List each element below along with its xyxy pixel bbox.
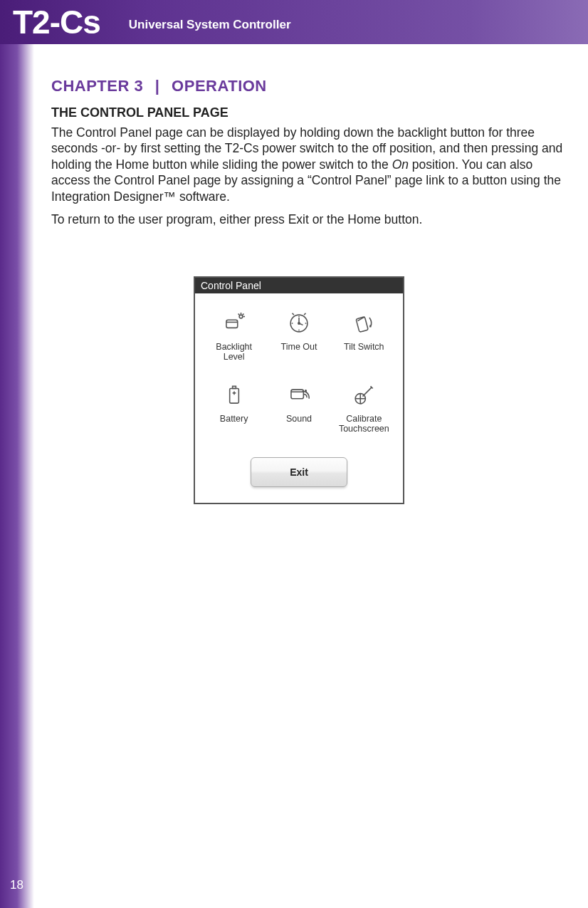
header-bar: T2-Cs Universal System Controller	[0, 0, 588, 44]
control-panel-screenshot: Control Panel Backlight Level	[194, 276, 404, 504]
svg-rect-0	[226, 320, 238, 328]
chapter-separator: |	[155, 77, 160, 95]
sound-item[interactable]: Sound	[270, 381, 327, 434]
page-number: 18	[10, 878, 23, 892]
tilt-switch-item[interactable]: Tilt Switch	[335, 309, 393, 362]
tilt-switch-icon	[335, 309, 393, 338]
battery-label: Battery	[205, 414, 263, 424]
battery-item[interactable]: Battery	[205, 381, 263, 434]
paragraph-1-em: On	[392, 157, 409, 172]
svg-line-6	[238, 314, 239, 315]
exit-row: Exit	[195, 452, 403, 503]
calibrate-label: Calibrate Touchscreen	[335, 414, 393, 434]
backlight-level-icon	[205, 309, 263, 338]
chapter-prefix: CHAPTER 3	[51, 77, 143, 95]
sound-icon	[270, 381, 327, 409]
product-subtitle: Universal System Controller	[129, 18, 291, 32]
svg-rect-21	[291, 390, 303, 399]
svg-line-27	[363, 387, 372, 397]
time-out-label: Time Out	[270, 342, 327, 352]
svg-rect-15	[356, 317, 368, 333]
control-panel-grid: Backlight Level Time Out	[195, 293, 403, 452]
backlight-level-item[interactable]: Backlight Level	[205, 309, 263, 362]
paragraph-2: To return to the user program, either pr…	[51, 212, 567, 227]
battery-icon	[205, 381, 263, 409]
product-name: T2-Cs	[13, 3, 100, 41]
calibrate-touchscreen-item[interactable]: Calibrate Touchscreen	[335, 381, 393, 434]
section-heading: THE CONTROL PANEL PAGE	[51, 105, 567, 120]
svg-rect-17	[229, 388, 238, 403]
sound-label: Sound	[270, 414, 327, 424]
svg-point-14	[298, 323, 300, 324]
paragraph-1: The Control Panel page can be displayed …	[51, 125, 567, 204]
time-out-item[interactable]: Time Out	[270, 309, 327, 362]
chapter-heading: CHAPTER 3 | OPERATION	[51, 77, 567, 95]
backlight-level-label: Backlight Level	[205, 342, 263, 362]
calibrate-icon	[335, 381, 393, 409]
tilt-switch-label: Tilt Switch	[335, 342, 393, 352]
svg-point-23	[305, 390, 307, 392]
svg-rect-18	[232, 386, 236, 388]
content-area: CHAPTER 3 | OPERATION THE CONTROL PANEL …	[51, 77, 567, 227]
svg-line-5	[243, 314, 244, 315]
clock-icon	[270, 309, 327, 338]
exit-button[interactable]: Exit	[251, 457, 347, 487]
control-panel-titlebar: Control Panel	[195, 278, 403, 293]
left-gradient-strip	[0, 0, 34, 908]
svg-point-2	[239, 315, 243, 318]
chapter-title: OPERATION	[172, 77, 267, 95]
